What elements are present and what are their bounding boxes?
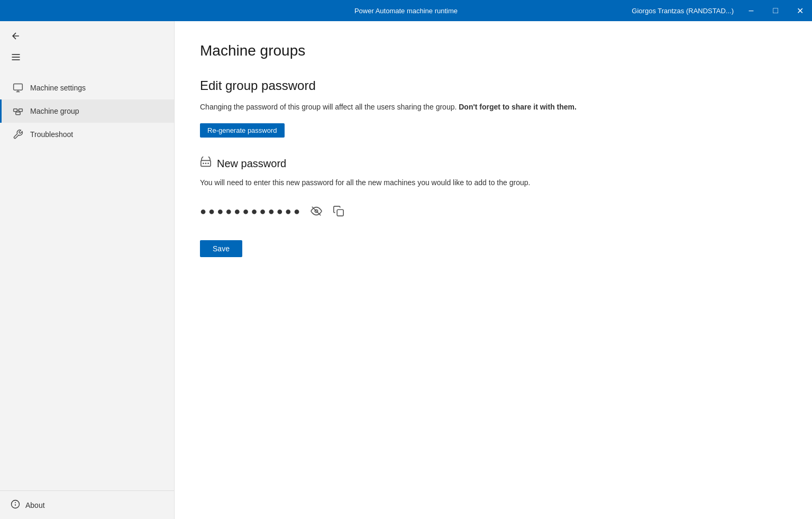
description-text: Changing the password of this group will… (200, 102, 787, 113)
password-field-icon (200, 157, 212, 171)
svg-rect-9 (16, 112, 20, 115)
svg-rect-3 (14, 84, 23, 90)
sidebar: Machine settings Machine group (0, 21, 175, 519)
hamburger-button[interactable] (8, 48, 166, 67)
about-label: About (25, 501, 45, 509)
sidebar-item-troubleshoot[interactable]: Troubleshoot (0, 123, 174, 146)
password-description: You will need to enter this new password… (200, 177, 787, 188)
sidebar-nav: Machine settings Machine group (0, 72, 174, 490)
new-password-title: New password (217, 158, 286, 170)
description-bold: Don't forget to share it with them. (459, 103, 577, 111)
sidebar-item-about[interactable]: About (11, 499, 163, 511)
sidebar-item-machine-group[interactable]: Machine group (0, 99, 174, 123)
new-password-header: New password (200, 157, 787, 171)
wrench-icon (12, 129, 24, 140)
copy-password-button[interactable] (331, 203, 346, 219)
title-bar-user: Giorgos Trantzas (RANDSTAD...) (632, 7, 739, 15)
password-value: ●●●●●●●●●●●● (200, 205, 302, 217)
back-button[interactable] (8, 26, 166, 45)
back-icon (11, 31, 21, 41)
sidebar-bottom: About (0, 490, 174, 519)
svg-point-16 (205, 162, 207, 164)
window-controls: – □ ✕ (739, 0, 812, 21)
main-content: Machine groups Edit group password Chang… (175, 21, 812, 519)
svg-rect-7 (19, 109, 23, 112)
sidebar-item-troubleshoot-label: Troubleshoot (30, 130, 73, 139)
monitor-icon (12, 83, 24, 93)
close-button[interactable]: ✕ (788, 0, 812, 21)
regen-password-button[interactable]: Re-generate password (200, 123, 285, 138)
copy-icon (333, 205, 344, 217)
group-icon (12, 106, 24, 116)
eye-icon (311, 205, 322, 217)
svg-point-17 (207, 162, 209, 164)
sidebar-item-machine-group-label: Machine group (30, 107, 79, 115)
description-normal: Changing the password of this group will… (200, 103, 457, 111)
app-layout: Machine settings Machine group (0, 21, 812, 519)
password-row: ●●●●●●●●●●●● (200, 199, 787, 223)
svg-rect-6 (14, 109, 17, 112)
sidebar-top (0, 21, 174, 72)
minimize-button[interactable]: – (739, 0, 763, 21)
hamburger-icon (11, 52, 21, 62)
info-icon (11, 499, 20, 511)
title-bar: Power Automate machine runtime Giorgos T… (0, 0, 812, 21)
sidebar-item-machine-settings[interactable]: Machine settings (0, 76, 174, 99)
show-password-button[interactable] (308, 203, 324, 219)
svg-point-15 (203, 162, 204, 164)
maximize-button[interactable]: □ (763, 0, 788, 21)
title-bar-title: Power Automate machine runtime (354, 7, 458, 15)
svg-rect-20 (337, 210, 343, 216)
section-title: Edit group password (200, 78, 787, 93)
save-button[interactable]: Save (200, 240, 242, 257)
page-title: Machine groups (200, 42, 787, 59)
sidebar-item-machine-settings-label: Machine settings (30, 84, 86, 92)
